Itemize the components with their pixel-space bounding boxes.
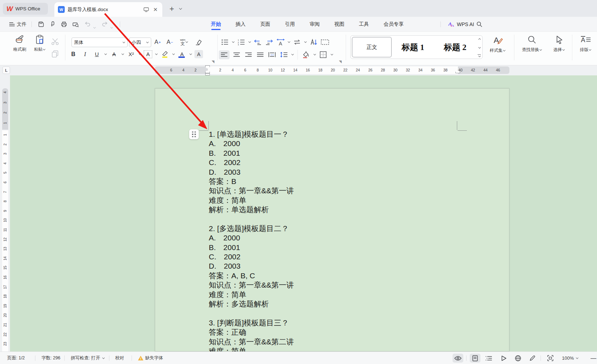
document-line[interactable]: D. 2003 (209, 168, 480, 177)
shading-button[interactable] (301, 50, 311, 59)
increase-font-icon[interactable]: A+ (153, 38, 162, 46)
zoom-level[interactable]: 100% (562, 352, 578, 364)
character-border-chevron-icon[interactable] (155, 52, 158, 55)
wps-home-button[interactable]: W WPS Office (3, 3, 48, 15)
align-left-button[interactable] (219, 50, 230, 59)
borders-chevron-icon[interactable] (331, 53, 333, 55)
clear-format-icon[interactable] (194, 38, 203, 46)
menu-tab[interactable]: 页面 (260, 18, 271, 31)
document-line[interactable]: 3. [判断题]模板题目三？ (209, 318, 480, 328)
distribute-button[interactable]: <> (267, 50, 277, 59)
print-preview-icon[interactable] (71, 20, 79, 28)
strikethrough-button[interactable]: A (109, 50, 119, 59)
italic-button[interactable]: I (80, 50, 90, 59)
superscript-chevron-icon[interactable] (139, 52, 141, 55)
find-replace-button[interactable]: 查找替换 (519, 35, 545, 53)
document-line[interactable]: 解析：单选题解析 (209, 205, 480, 214)
document-line[interactable] (209, 309, 480, 318)
increase-indent-icon[interactable] (265, 38, 274, 46)
style-set-button[interactable]: A 样式集 (486, 35, 509, 54)
document-line[interactable]: 知识点：第一章&&第一讲 (209, 186, 480, 195)
align-center-button[interactable] (232, 50, 241, 59)
shading-chevron-icon[interactable] (314, 53, 316, 55)
print-icon[interactable] (60, 20, 68, 28)
style-normal[interactable]: 正文 (352, 37, 392, 58)
select-button[interactable]: 选择 (550, 35, 568, 53)
play-presentation-button[interactable] (498, 354, 509, 363)
zoom-out-button[interactable]: — (591, 352, 596, 364)
character-scale-chevron-icon[interactable] (288, 40, 290, 43)
float-window-icon[interactable] (143, 7, 149, 12)
document-line[interactable]: D. 2003 (209, 261, 480, 271)
spellcheck-status[interactable]: 拼写检查: 打开 (71, 352, 105, 364)
menu-tab[interactable]: 工具 (358, 18, 370, 31)
sort-icon[interactable] (309, 38, 318, 46)
style-heading2[interactable]: 标题 2 (434, 36, 476, 59)
style-heading1[interactable]: 标题 1 (392, 36, 434, 59)
missing-font-warning[interactable]: ! 缺失字体 (138, 352, 163, 364)
document-line[interactable]: 解析：多选题解析 (209, 299, 480, 309)
document-line[interactable]: 答案：正确 (209, 328, 480, 337)
font-color-button[interactable]: A (177, 50, 187, 59)
proofread-button[interactable]: 校对 (115, 352, 124, 364)
bullets-chevron-icon[interactable] (232, 40, 235, 43)
align-right-button[interactable] (244, 50, 253, 59)
web-layout-button[interactable] (513, 354, 523, 363)
document-canvas[interactable]: 1. [单选题]模板题目一？A. 2000B. 2001C. 2002D. 20… (10, 75, 597, 351)
document-line[interactable]: 1. [单选题]模板题目一？ (209, 130, 480, 139)
numbering-chevron-icon[interactable] (248, 40, 251, 43)
save-icon[interactable] (37, 20, 45, 28)
eye-protection-toggle[interactable] (453, 354, 463, 363)
menu-tab[interactable]: 视图 (334, 18, 345, 31)
highlight-chevron-icon[interactable] (172, 52, 175, 55)
character-border-button[interactable]: A (144, 50, 152, 58)
line-spacing-button[interactable] (279, 50, 288, 59)
close-tab-icon[interactable]: ✕ (152, 6, 159, 13)
menu-tab[interactable]: 开始 (210, 18, 222, 31)
document-line[interactable]: 答案：A, B, C (209, 271, 480, 280)
underline-chevron-icon[interactable] (104, 52, 107, 55)
file-menu[interactable]: 文件 (9, 17, 26, 31)
bullets-icon[interactable] (220, 38, 230, 46)
search-icon[interactable] (475, 20, 483, 28)
phonetic-guide-icon[interactable]: wén文 (177, 38, 191, 46)
underline-button[interactable]: U (92, 50, 102, 59)
document-line[interactable]: C. 2002 (209, 252, 480, 261)
vertical-ruler[interactable]: 4321 12345678910111213141516171819202122… (0, 75, 10, 351)
gallery-up-icon[interactable] (478, 38, 480, 41)
horizontal-ruler[interactable]: L 642 2468101214161820222426283032343638… (0, 65, 597, 75)
document-tab[interactable]: W 题库导入模板.docx ✕ (54, 2, 162, 17)
menu-tab[interactable]: 审阅 (309, 18, 320, 31)
document-line[interactable]: C. 2002 (209, 158, 480, 167)
document-page[interactable]: 1. [单选题]模板题目一？A. 2000B. 2001C. 2002D. 20… (155, 88, 509, 351)
page-indicator[interactable]: 页面: 1/2 (7, 352, 25, 364)
highlight-button[interactable] (160, 50, 169, 59)
paragraph-dialog-launcher-icon[interactable]: ◥ (339, 60, 342, 64)
font-dialog-launcher-icon[interactable]: ◥ (212, 60, 214, 64)
document-line[interactable]: B. 2001 (209, 149, 480, 158)
document-line[interactable] (209, 215, 480, 224)
justify-button[interactable] (256, 50, 265, 59)
outline-view-button[interactable] (483, 354, 494, 363)
font-color-chevron-icon[interactable] (189, 52, 192, 55)
menu-tab[interactable]: 插入 (235, 18, 246, 31)
wps-ai-button[interactable]: WPS AI (448, 17, 474, 31)
borders-button[interactable] (319, 50, 328, 59)
layout-button[interactable]: A 排版 (576, 35, 595, 53)
text-direction-chevron-icon[interactable] (304, 40, 307, 43)
format-painter-button[interactable]: 格式刷 (10, 34, 29, 53)
strikethrough-chevron-icon[interactable] (122, 52, 124, 55)
numbering-icon[interactable]: 123 (237, 38, 246, 46)
document-line[interactable]: A. 2000 (209, 139, 480, 148)
character-scale-icon[interactable]: A (276, 38, 285, 46)
character-shading-button[interactable]: A (194, 50, 203, 58)
fit-page-button[interactable] (545, 354, 556, 363)
export-pdf-icon[interactable] (49, 20, 56, 28)
paste-button[interactable]: 粘贴 (30, 34, 49, 53)
decrease-font-icon[interactable]: A− (165, 38, 174, 46)
tab-selector[interactable]: L (3, 66, 10, 74)
document-line[interactable]: B. 2001 (209, 243, 480, 252)
text-direction-icon[interactable] (292, 38, 302, 46)
zoom-chevron-icon[interactable] (576, 356, 578, 359)
ink-pen-button[interactable] (527, 354, 538, 363)
